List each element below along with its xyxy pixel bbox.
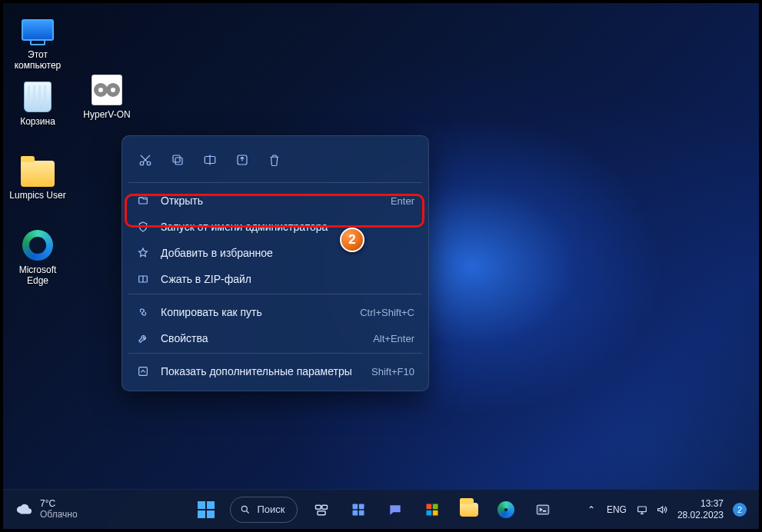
- svg-rect-12: [318, 510, 325, 514]
- batch-file-icon: [89, 74, 125, 106]
- icon-label: Lumpics User: [9, 190, 65, 201]
- bin-icon: [20, 81, 55, 113]
- menu-label: Открыть: [161, 195, 380, 207]
- zip-icon: [136, 273, 150, 285]
- menu-shortcut: Ctrl+Shift+C: [360, 307, 414, 318]
- monitor-icon: [20, 14, 55, 46]
- menu-shortcut: Enter: [391, 195, 414, 207]
- copy-icon[interactable]: [162, 145, 193, 175]
- network-icon: [636, 504, 648, 516]
- menu-shortcut: Alt+Enter: [373, 333, 414, 344]
- widgets-icon: [351, 502, 366, 517]
- start-button[interactable]: [190, 494, 222, 526]
- copilot-button[interactable]: [416, 494, 448, 526]
- time: 13:37: [677, 498, 724, 509]
- terminal-icon: [535, 502, 551, 517]
- search-label: Поиск: [257, 504, 285, 515]
- icon-label: HyperV-ON: [83, 109, 130, 120]
- svg-rect-13: [353, 504, 358, 509]
- screen: Этот компьютер Корзина HyperV-ON Lumpics…: [0, 0, 762, 532]
- menu-label: Копировать как путь: [161, 306, 349, 318]
- search-icon: [240, 504, 251, 515]
- separator: [128, 294, 422, 294]
- icon-label: Этот компьютер: [15, 49, 62, 71]
- desktop-icon-edge[interactable]: Microsoft Edge: [3, 224, 72, 291]
- desktop-icon-folder[interactable]: Lumpics User: [3, 150, 72, 205]
- task-view-icon: [314, 502, 329, 517]
- svg-rect-14: [359, 504, 364, 509]
- svg-rect-3: [173, 155, 180, 162]
- link-icon: [136, 306, 150, 318]
- terminal-button[interactable]: [527, 494, 559, 526]
- more-icon: [136, 365, 150, 377]
- svg-rect-21: [537, 505, 549, 514]
- clock[interactable]: 13:37 28.02.2023: [677, 498, 724, 520]
- chat-button[interactable]: [379, 494, 411, 526]
- separator: [128, 353, 422, 354]
- tray-status[interactable]: [636, 504, 668, 516]
- svg-point-9: [242, 506, 248, 511]
- desktop-icon-hyperv[interactable]: HyperV-ON: [72, 69, 141, 125]
- folder-icon: [20, 155, 55, 187]
- menu-item-favorites[interactable]: Добавить в избранное: [128, 240, 422, 266]
- folder-icon: [460, 503, 478, 517]
- menu-item-properties[interactable]: Свойства Alt+Enter: [128, 325, 422, 351]
- language-indicator[interactable]: ENG: [607, 504, 627, 515]
- menu-item-copy-path[interactable]: Копировать как путь Ctrl+Shift+C: [128, 299, 422, 325]
- icon-label: Корзина: [20, 116, 55, 127]
- shield-icon: [136, 221, 150, 233]
- taskbar-center: Поиск: [165, 494, 585, 526]
- weather-widget[interactable]: 7°C Облачно: [3, 499, 165, 519]
- taskbar: 7°C Облачно Поиск ⌃ ENG: [3, 489, 759, 529]
- svg-rect-22: [638, 507, 647, 512]
- edge-icon: [497, 501, 514, 518]
- svg-point-1: [147, 161, 151, 165]
- menu-item-run-as-admin[interactable]: Запуск от имени администратора: [128, 214, 422, 240]
- svg-rect-2: [175, 158, 182, 165]
- desktop-icon-recycle-bin[interactable]: Корзина: [3, 76, 72, 131]
- cut-icon[interactable]: [130, 145, 161, 175]
- task-view-button[interactable]: [305, 494, 338, 526]
- menu-label: Добавить в избранное: [161, 247, 414, 259]
- search-input[interactable]: Поиск: [230, 497, 298, 523]
- volume-icon: [656, 504, 668, 516]
- edge-button[interactable]: [490, 494, 522, 526]
- svg-rect-8: [139, 367, 148, 376]
- explorer-button[interactable]: [453, 494, 485, 526]
- menu-item-open[interactable]: Открыть Enter: [128, 188, 422, 214]
- annotation-callout: 2: [340, 228, 364, 252]
- menu-item-zip[interactable]: Сжать в ZIP-файл: [128, 266, 422, 292]
- svg-point-0: [140, 161, 144, 165]
- edge-icon: [20, 229, 55, 261]
- separator: [128, 182, 422, 183]
- svg-rect-15: [353, 510, 358, 515]
- weather-desc: Облачно: [40, 510, 78, 520]
- menu-label: Показать дополнительные параметры: [161, 365, 361, 377]
- delete-icon[interactable]: [259, 145, 290, 175]
- widgets-button[interactable]: [342, 494, 374, 526]
- svg-rect-16: [359, 510, 364, 515]
- context-menu: Открыть Enter Запуск от имени администра…: [121, 135, 429, 391]
- icon-label: Microsoft Edge: [19, 264, 57, 287]
- svg-rect-20: [433, 510, 438, 515]
- context-menu-quick-actions: [128, 142, 422, 181]
- menu-item-more-options[interactable]: Показать дополнительные параметры Shift+…: [128, 358, 422, 384]
- weather-temp: 7°C: [40, 499, 78, 509]
- rename-icon[interactable]: [195, 145, 225, 175]
- svg-rect-17: [427, 504, 432, 509]
- date: 28.02.2023: [677, 510, 724, 520]
- system-tray: ⌃ ENG 13:37 28.02.2023 2: [585, 498, 759, 520]
- desktop-icon-this-pc[interactable]: Этот компьютер: [3, 9, 72, 76]
- windows-icon: [198, 501, 215, 518]
- copilot-icon: [424, 502, 440, 517]
- menu-label: Свойства: [161, 332, 362, 344]
- svg-rect-10: [316, 505, 321, 509]
- menu-label: Запуск от имени администратора: [161, 221, 404, 233]
- chat-icon: [388, 502, 403, 517]
- weather-icon: [15, 501, 32, 518]
- notifications-badge[interactable]: 2: [733, 503, 747, 517]
- open-icon: [136, 195, 150, 207]
- tray-expand-icon[interactable]: ⌃: [585, 504, 597, 515]
- svg-rect-11: [322, 505, 328, 509]
- share-icon[interactable]: [227, 145, 258, 175]
